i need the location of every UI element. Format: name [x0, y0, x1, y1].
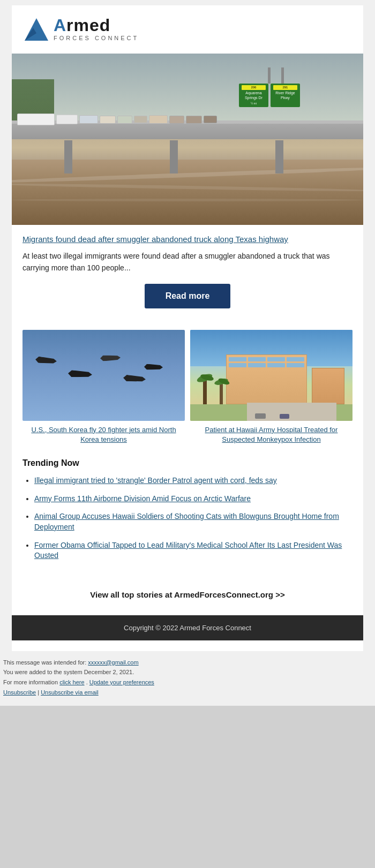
trending-link-3[interactable]: Animal Group Accuses Hawaii Soldiers of …	[34, 512, 339, 531]
jet-3	[100, 355, 121, 361]
email-body: Armed FORCES CONNECT 206 AquarenaSprings…	[12, 5, 363, 651]
header: Armed FORCES CONNECT	[12, 5, 363, 48]
footer-click-here-link[interactable]: click here	[59, 679, 84, 685]
footer-dot: .	[85, 679, 89, 685]
card-hospital: Patient at Hawaii Army Hospital Treated …	[190, 330, 352, 444]
hospital-headline[interactable]: Patient at Hawaii Army Hospital Treated …	[190, 425, 352, 444]
bridge-area	[12, 114, 363, 173]
list-item: Former Obama Official Tapped to Lead Mil…	[34, 540, 352, 561]
article-section: Migrants found dead after smuggler aband…	[12, 225, 363, 324]
footer-email-link[interactable]: xxxxxx@gmail.com	[88, 659, 138, 666]
card-jets: U.S., South Korea fly 20 fighter jets am…	[22, 330, 185, 444]
footer-meta-line3: For more information click here . Update…	[3, 677, 372, 688]
view-all-section: View all top stories at ArmedForcesConne…	[12, 579, 363, 615]
logo-area: Armed FORCES CONNECT	[22, 15, 352, 43]
footer-meta-line1: This message was intended for: xxxxxx@gm…	[3, 658, 372, 668]
footer-unsubscribe-link[interactable]: Unsubscribe	[3, 689, 36, 696]
footer-bar: Copyright © 2022 Armed Forces Connect	[12, 615, 363, 640]
trending-section: Trending Now Illegal immigrant tried to …	[12, 453, 363, 579]
footer-info-text: For more information	[3, 679, 59, 685]
trending-title: Trending Now	[22, 458, 352, 468]
two-col-section: U.S., South Korea fly 20 fighter jets am…	[12, 324, 363, 453]
hero-article-headline[interactable]: Migrants found dead after smuggler aband…	[22, 233, 352, 245]
trending-link-4[interactable]: Former Obama Official Tapped to Lead Mil…	[34, 541, 342, 560]
jet-5	[144, 364, 163, 371]
trending-list: Illegal immigrant tried to 'strangle' Bo…	[22, 475, 352, 561]
list-item: Animal Group Accuses Hawaii Soldiers of …	[34, 511, 352, 532]
jet-2	[68, 370, 93, 378]
highway-sign: 206 AquarenaSprings Dr½ mi 291 River Rid…	[239, 67, 300, 107]
jet-4	[123, 374, 146, 382]
hero-sky	[12, 54, 363, 122]
jet-1	[35, 356, 57, 364]
footer-unsubscribe-line: Unsubscribe | Unsubscribe via email	[3, 688, 372, 698]
footer-meta: This message was intended for: xxxxxx@gm…	[0, 651, 375, 706]
palm-1	[203, 378, 207, 407]
jets-image	[22, 330, 185, 421]
logo-tagline: FORCES CONNECT	[54, 35, 139, 41]
email-wrapper: Armed FORCES CONNECT 206 AquarenaSprings…	[0, 0, 375, 706]
hero-article-excerpt: At least two illegal immigrants were fou…	[22, 250, 352, 274]
logo-brand-name: Armed	[54, 17, 139, 34]
footer-unsubscribe-email-link[interactable]: Unsubscribe via email	[41, 689, 99, 696]
trending-link-1[interactable]: Illegal immigrant tried to 'strangle' Bo…	[34, 476, 277, 485]
copyright-text: Copyright © 2022 Armed Forces Connect	[124, 624, 251, 632]
logo-icon	[22, 15, 50, 43]
logo-rmed: rmed	[66, 16, 110, 35]
hero-image: 206 AquarenaSprings Dr½ mi 291 River Rid…	[12, 54, 363, 225]
hospital-image	[190, 330, 352, 421]
view-all-link[interactable]: View all top stories at ArmedForcesConne…	[90, 590, 284, 599]
read-more-button[interactable]: Read more	[145, 284, 230, 308]
palm-2	[220, 381, 223, 407]
trending-link-2[interactable]: Army Forms 11th Airborne Division Amid F…	[34, 494, 251, 503]
footer-update-prefs-link[interactable]: Update your preferences	[89, 679, 154, 685]
footer-meta-line2: You were added to the system December 2,…	[3, 667, 372, 677]
logo-text-area: Armed FORCES CONNECT	[54, 17, 139, 41]
list-item: Army Forms 11th Airborne Division Amid F…	[34, 494, 352, 504]
jets-headline[interactable]: U.S., South Korea fly 20 fighter jets am…	[22, 425, 185, 444]
logo-a-letter: A	[54, 16, 66, 35]
list-item: Illegal immigrant tried to 'strangle' Bo…	[34, 475, 352, 486]
footer-intended-text: This message was intended for:	[3, 659, 88, 666]
